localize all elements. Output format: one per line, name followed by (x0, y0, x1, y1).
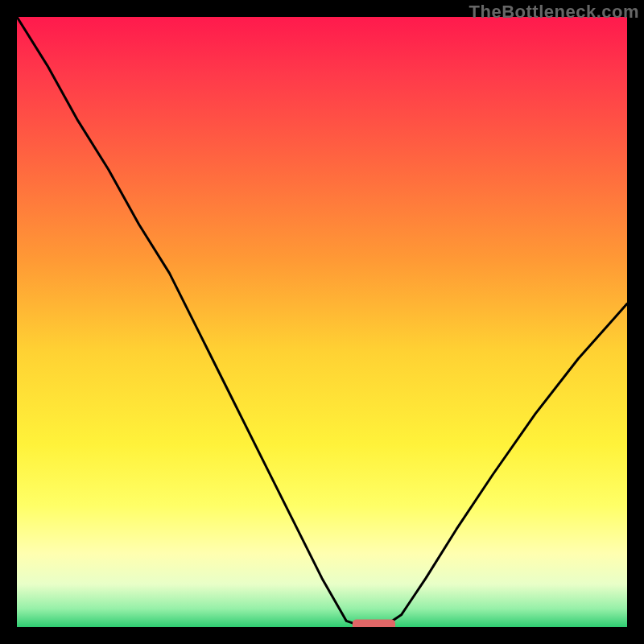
gradient-background (17, 17, 627, 627)
optimal-marker (353, 619, 395, 627)
chart-frame: TheBottleneck.com (0, 0, 644, 644)
plot-area (17, 17, 627, 627)
watermark-text: TheBottleneck.com (469, 2, 639, 23)
plot-svg (17, 17, 627, 627)
